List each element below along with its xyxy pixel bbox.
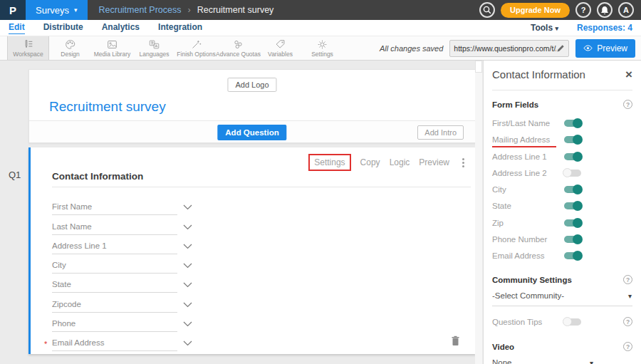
help-icon[interactable]: ? xyxy=(623,342,632,351)
question-title[interactable]: Contact Information xyxy=(52,171,143,182)
form-fields-section-title: Form Fields xyxy=(492,100,538,109)
form-field-label[interactable]: Phone xyxy=(52,319,75,328)
form-field-label[interactable]: First Name xyxy=(52,202,92,211)
field-toggle[interactable] xyxy=(564,252,581,259)
subnav-tab[interactable]: Distribute xyxy=(43,21,83,34)
subnav-tab[interactable]: Analytics xyxy=(102,21,140,34)
add-logo-button[interactable]: Add Logo xyxy=(227,78,276,92)
chevron-down-icon: ▾ xyxy=(628,292,632,300)
toggle-label: First/Last Name xyxy=(492,119,550,128)
field-toggle[interactable] xyxy=(564,153,581,160)
more-options-icon[interactable] xyxy=(462,158,464,167)
toggle-row: Phone Number xyxy=(492,235,632,244)
tools-menu[interactable]: Tools ▾ xyxy=(531,23,558,33)
toolbar-item-media-library[interactable]: Media Library xyxy=(91,36,133,60)
chevron-down-icon[interactable] xyxy=(183,340,192,346)
question-number: Q1 xyxy=(9,170,21,180)
panel-divider xyxy=(492,90,632,90)
scrollbar-thumb[interactable] xyxy=(475,61,482,73)
question-card: Settings Copy Logic Preview Contact Info… xyxy=(28,147,476,354)
tag-icon xyxy=(275,39,286,50)
search-button[interactable] xyxy=(479,2,495,18)
help-button[interactable]: ? xyxy=(575,2,591,18)
toolbar-item-workspace[interactable]: Workspace xyxy=(7,36,49,60)
toolbar-item-design[interactable]: Design xyxy=(49,36,91,60)
form-field-label[interactable]: City xyxy=(52,261,66,269)
breadcrumb-current: Recruitment survey xyxy=(197,5,274,15)
help-icon[interactable]: ? xyxy=(623,100,632,109)
chevron-down-icon[interactable] xyxy=(183,302,192,308)
product-menu-surveys[interactable]: Surveys ▾ xyxy=(26,0,88,20)
form-field-label[interactable]: State xyxy=(52,280,71,288)
help-icon[interactable]: ? xyxy=(623,317,632,326)
toolbar-item-advance-quotas[interactable]: Advance Quotas xyxy=(217,36,259,60)
field-toggle[interactable] xyxy=(564,170,581,177)
question-copy-button[interactable]: Copy xyxy=(360,157,380,167)
community-select[interactable]: -Select Community- ▾ xyxy=(492,291,632,306)
questionpro-logo[interactable]: P xyxy=(0,0,26,20)
add-question-button[interactable]: Add Question xyxy=(217,125,286,140)
question-preview-button[interactable]: Preview xyxy=(419,157,449,167)
form-field-label[interactable]: Address Line 1 xyxy=(52,241,107,250)
video-select[interactable]: None ▾ xyxy=(492,358,632,364)
toolbar-item-variables[interactable]: Variables xyxy=(259,36,301,60)
chevron-down-icon: ▾ xyxy=(555,25,558,32)
toolbar-item-finish-options[interactable]: Finish Options xyxy=(175,36,217,60)
translate-icon xyxy=(149,39,160,50)
trash-icon xyxy=(451,336,460,346)
field-toggle[interactable] xyxy=(564,136,581,143)
field-toggle[interactable] xyxy=(564,219,581,227)
video-section-title: Video xyxy=(492,343,514,351)
notifications-button[interactable] xyxy=(597,2,613,18)
toggle-row: State xyxy=(492,202,632,210)
question-tips-toggle[interactable] xyxy=(564,318,581,326)
responses-link[interactable]: Responses: 4 xyxy=(577,23,632,33)
preview-button[interactable]: Preview xyxy=(575,39,635,58)
avatar[interactable]: A xyxy=(618,2,634,18)
breadcrumb-parent[interactable]: Recruitment Process xyxy=(99,5,182,15)
field-toggle[interactable] xyxy=(564,236,581,243)
help-icon[interactable]: ? xyxy=(623,275,632,284)
chevron-down-icon[interactable] xyxy=(183,321,192,327)
form-field-row: * First Name xyxy=(52,196,177,215)
toolbar-item-languages[interactable]: Languages xyxy=(133,36,175,60)
chevron-down-icon[interactable] xyxy=(183,204,192,210)
subnav-tab[interactable]: Edit xyxy=(9,21,25,34)
close-icon[interactable]: × xyxy=(625,70,632,80)
question-logic-button[interactable]: Logic xyxy=(390,157,410,167)
question-settings-button[interactable]: Settings xyxy=(308,154,350,171)
delete-question-button[interactable] xyxy=(451,336,460,348)
chevron-down-icon: ▾ xyxy=(590,359,593,364)
image-icon xyxy=(107,39,118,50)
field-toggle[interactable] xyxy=(564,120,581,127)
topbar-actions: Upgrade Now ? A xyxy=(479,2,641,18)
panel-title: Contact Information xyxy=(492,68,585,80)
bell-icon xyxy=(600,6,609,15)
field-toggle[interactable] xyxy=(564,186,581,193)
upgrade-now-button[interactable]: Upgrade Now xyxy=(501,3,570,18)
form-field-label[interactable]: Last Name xyxy=(52,222,92,231)
add-intro-button[interactable]: Add Intro xyxy=(417,125,464,140)
chevron-down-icon[interactable] xyxy=(183,282,192,288)
question-tips-label: Question Tips xyxy=(492,318,542,326)
chevron-down-icon[interactable] xyxy=(183,263,192,269)
toolbar-item-settings[interactable]: Settings xyxy=(301,36,343,60)
form-field-label[interactable]: Email Address xyxy=(52,338,105,347)
form-field-row: * State xyxy=(52,274,177,293)
required-marker: * xyxy=(44,340,47,348)
subnav-tab[interactable]: Integration xyxy=(158,21,202,34)
survey-url-input[interactable] xyxy=(454,44,556,53)
edit-pencil-icon[interactable] xyxy=(556,44,565,53)
form-field-label[interactable]: Zipcode xyxy=(52,300,81,308)
toggle-row: City xyxy=(492,185,632,194)
workspace-icon xyxy=(23,39,33,50)
survey-title[interactable]: Recruitment survey xyxy=(49,99,166,115)
vertical-scrollbar[interactable] xyxy=(475,61,482,364)
toggle-row: Email Address xyxy=(492,251,632,260)
chevron-down-icon: ▾ xyxy=(74,6,78,14)
toggle-label: Address Line 2 xyxy=(492,169,547,177)
field-toggle[interactable] xyxy=(564,202,581,209)
chevron-down-icon[interactable] xyxy=(183,244,192,249)
chevron-down-icon[interactable] xyxy=(183,224,192,230)
question-title-divider xyxy=(52,187,471,187)
